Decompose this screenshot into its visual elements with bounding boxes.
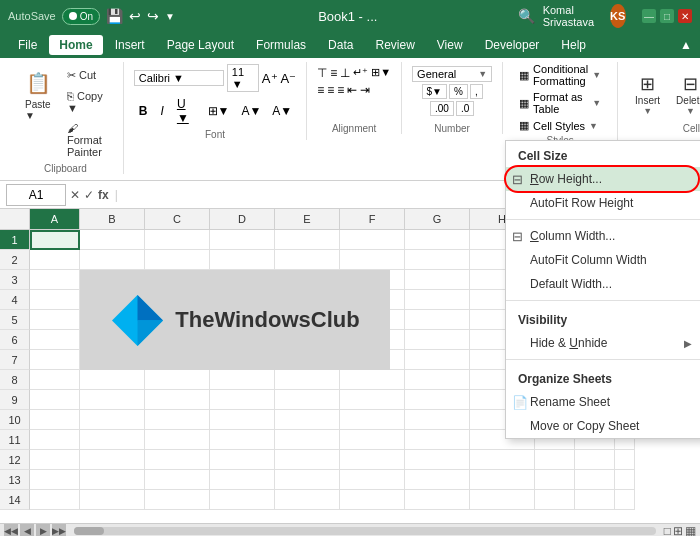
normal-view-button[interactable]: □	[664, 524, 671, 537]
cell-H12[interactable]	[470, 450, 535, 470]
cell-G11[interactable]	[405, 430, 470, 450]
menu-data[interactable]: Data	[318, 35, 363, 55]
cell-H14[interactable]	[470, 490, 535, 510]
cell-D10[interactable]	[210, 410, 275, 430]
align-center-button[interactable]: ≡	[327, 83, 334, 97]
cell-G10[interactable]	[405, 410, 470, 430]
cell-B8[interactable]	[80, 370, 145, 390]
cell-F10[interactable]	[340, 410, 405, 430]
ribbon-collapse[interactable]: ▲	[680, 38, 692, 52]
hide-unhide-item[interactable]: Hide & Unhide ▶	[506, 331, 700, 355]
format-table-button[interactable]: ▦ Format as Table ▼	[513, 90, 607, 116]
row-number-5[interactable]: 5	[0, 310, 30, 330]
row-number-4[interactable]: 4	[0, 290, 30, 310]
wrap-text-button[interactable]: ↵⁺	[353, 66, 368, 80]
col-header-d[interactable]: D	[210, 209, 275, 229]
cell-C10[interactable]	[145, 410, 210, 430]
menu-formulas[interactable]: Formulas	[246, 35, 316, 55]
cell-I13[interactable]	[535, 470, 575, 490]
cell-F14[interactable]	[340, 490, 405, 510]
autofit-row-height-item[interactable]: AutoFit Row Height	[506, 191, 700, 215]
cell-B2[interactable]	[80, 250, 145, 270]
cell-G5[interactable]	[405, 310, 470, 330]
cell-G13[interactable]	[405, 470, 470, 490]
col-header-c[interactable]: C	[145, 209, 210, 229]
menu-review[interactable]: Review	[365, 35, 424, 55]
cell-D11[interactable]	[210, 430, 275, 450]
cell-reference-box[interactable]: A1	[6, 184, 66, 206]
cell-H13[interactable]	[470, 470, 535, 490]
cell-G3[interactable]	[405, 270, 470, 290]
cell-I14[interactable]	[535, 490, 575, 510]
clipboard-paste-button[interactable]: 📋 Paste ▼	[18, 62, 58, 126]
cell-J14[interactable]	[575, 490, 615, 510]
nav-last-button[interactable]: ▶▶	[52, 524, 66, 537]
indent-decrease-button[interactable]: ⇤	[347, 83, 357, 97]
insert-cells-button[interactable]: ⊞ Insert ▼	[628, 68, 667, 121]
quick-access-more[interactable]: ▼	[165, 11, 175, 22]
cell-K13[interactable]	[615, 470, 635, 490]
cell-E1[interactable]	[275, 230, 340, 250]
cell-G9[interactable]	[405, 390, 470, 410]
align-right-button[interactable]: ≡	[337, 83, 344, 97]
cell-A12[interactable]	[30, 450, 80, 470]
autosave-toggle[interactable]: On	[62, 8, 100, 25]
cell-F12[interactable]	[340, 450, 405, 470]
cell-E13[interactable]	[275, 470, 340, 490]
cell-G2[interactable]	[405, 250, 470, 270]
cell-A2[interactable]	[30, 250, 80, 270]
col-header-e[interactable]: E	[275, 209, 340, 229]
cell-D9[interactable]	[210, 390, 275, 410]
h-scroll-thumb[interactable]	[74, 527, 104, 535]
page-layout-view-button[interactable]: ⊞	[673, 524, 683, 537]
cell-A5[interactable]	[30, 310, 80, 330]
comma-button[interactable]: ,	[470, 84, 483, 99]
cell-C14[interactable]	[145, 490, 210, 510]
cell-D8[interactable]	[210, 370, 275, 390]
align-top-button[interactable]: ⊤	[317, 66, 327, 80]
cell-D2[interactable]	[210, 250, 275, 270]
row-number-1[interactable]: 1	[0, 230, 30, 250]
cell-A6[interactable]	[30, 330, 80, 350]
col-header-g[interactable]: G	[405, 209, 470, 229]
cell-B10[interactable]	[80, 410, 145, 430]
merge-center-button[interactable]: ⊞▼	[371, 66, 391, 80]
page-break-view-button[interactable]: ▦	[685, 524, 696, 537]
cell-F11[interactable]	[340, 430, 405, 450]
cell-B9[interactable]	[80, 390, 145, 410]
minimize-button[interactable]: —	[642, 9, 656, 23]
cell-A7[interactable]	[30, 350, 80, 370]
cell-E12[interactable]	[275, 450, 340, 470]
confirm-formula-icon[interactable]: ✓	[84, 188, 94, 202]
nav-prev-button[interactable]: ◀	[20, 524, 34, 537]
cell-A8[interactable]	[30, 370, 80, 390]
row-number-12[interactable]: 12	[0, 450, 30, 470]
increase-font-icon[interactable]: A⁺	[262, 71, 278, 86]
cell-F8[interactable]	[340, 370, 405, 390]
cell-B11[interactable]	[80, 430, 145, 450]
move-copy-item[interactable]: Move or Copy Sheet	[506, 414, 700, 438]
row-number-6[interactable]: 6	[0, 330, 30, 350]
menu-developer[interactable]: Developer	[475, 35, 550, 55]
column-width-item[interactable]: ⊟ Column Width...	[506, 224, 700, 248]
rename-sheet-item[interactable]: 📄 Rename Sheet	[506, 390, 700, 414]
cell-styles-button[interactable]: ▦ Cell Styles ▼	[513, 118, 607, 133]
h-scroll-track[interactable]	[74, 527, 656, 535]
cell-A14[interactable]	[30, 490, 80, 510]
row-number-8[interactable]: 8	[0, 370, 30, 390]
cell-A9[interactable]	[30, 390, 80, 410]
underline-button[interactable]: U ▼	[172, 95, 200, 127]
cell-D14[interactable]	[210, 490, 275, 510]
menu-view[interactable]: View	[427, 35, 473, 55]
number-format-select[interactable]: General ▼	[412, 66, 492, 82]
cell-J12[interactable]	[575, 450, 615, 470]
cell-G4[interactable]	[405, 290, 470, 310]
cell-A1[interactable]	[30, 230, 80, 250]
cell-G8[interactable]	[405, 370, 470, 390]
cell-E11[interactable]	[275, 430, 340, 450]
cell-I12[interactable]	[535, 450, 575, 470]
border-button[interactable]: ⊞▼	[203, 102, 235, 120]
cell-A4[interactable]	[30, 290, 80, 310]
align-bottom-button[interactable]: ⊥	[340, 66, 350, 80]
cell-A13[interactable]	[30, 470, 80, 490]
